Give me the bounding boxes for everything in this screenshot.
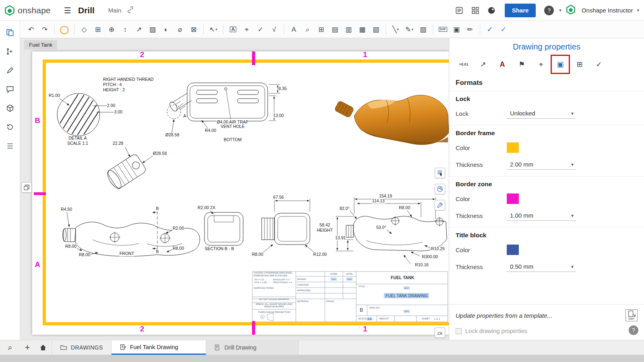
sheet-label: 58.42 xyxy=(319,223,330,228)
find-annotation-tool[interactable]: ⌕ xyxy=(301,22,314,37)
border-zone-color-swatch[interactable] xyxy=(507,193,519,204)
chevron-down-icon[interactable]: ▾ xyxy=(637,8,639,13)
dimension-precision-icon[interactable]: +0.01 xyxy=(456,56,472,72)
learn-cube-icon[interactable] xyxy=(4,103,16,113)
account-logo[interactable] xyxy=(566,4,576,16)
undo-tool[interactable]: ↶ xyxy=(24,22,38,37)
table-style-icon[interactable]: ⊞ xyxy=(572,56,588,72)
move-view-tool[interactable]: ↕ xyxy=(118,22,132,37)
settings-wrench-button[interactable] xyxy=(435,200,445,210)
sheet-label: A xyxy=(183,114,186,119)
bom-table-tool[interactable]: ▥ xyxy=(342,22,355,37)
toolbar-separator xyxy=(223,24,223,35)
view-display-button[interactable] xyxy=(435,168,445,178)
tab-bar: ⌕ + DRAWINGS Fuel Tank Drawing Drill Dra… xyxy=(0,340,644,355)
sheet-format-icon[interactable]: ▣ xyxy=(552,56,568,72)
update-template-link[interactable]: Update properties from a template... xyxy=(456,312,552,319)
balloon-style-icon[interactable]: ⚑ xyxy=(514,56,530,72)
comments-panel-icon[interactable] xyxy=(4,84,16,95)
property-row: Color xyxy=(456,142,644,153)
panel-help-button[interactable]: ? xyxy=(629,325,638,335)
sheet-label: NAME xyxy=(330,273,337,276)
detail-view-tool[interactable]: ◐ xyxy=(159,22,173,37)
undo-icon: ↶ xyxy=(28,26,34,33)
select-region-tool[interactable]: ✓ xyxy=(497,22,510,37)
sheet-list-tool[interactable]: ▤ xyxy=(328,22,342,37)
redo-tool[interactable]: ↷ xyxy=(38,22,52,37)
border-frame-color-swatch[interactable] xyxy=(507,142,519,153)
sheet-label: FUEL TANK DRAWING xyxy=(384,293,429,298)
main-menu-button[interactable]: ☰ xyxy=(62,6,73,15)
format-group: Title blockColorThickness0.50 mm▾ xyxy=(449,227,644,272)
add-tab-button[interactable]: + xyxy=(20,340,35,355)
projected-view-tool[interactable]: ⊞ xyxy=(91,22,105,37)
protractor-button[interactable] xyxy=(435,327,445,338)
select-check-tool[interactable]: ✓ xyxy=(483,22,497,37)
tab-drill-drawing[interactable]: Drill Drawing xyxy=(206,340,299,355)
chevron-down-icon[interactable]: ▾ xyxy=(397,27,399,31)
insert-panel-icon[interactable] xyxy=(4,46,16,57)
centerline-tool[interactable]: ⌀ xyxy=(173,22,187,37)
edge-style-tool[interactable]: ✎▾ xyxy=(402,22,416,37)
line-style-tool[interactable]: ╲▾ xyxy=(389,22,402,37)
lock-properties-checkbox[interactable] xyxy=(456,328,462,334)
sheets-panel-icon[interactable] xyxy=(4,27,16,38)
lock-lock-select[interactable]: Unlocked▾ xyxy=(507,108,576,119)
title-block-thickness-select[interactable]: 0.50 mm▾ xyxy=(507,261,576,272)
onshape-logo[interactable]: onshape xyxy=(4,5,51,16)
tab-drawings-folder[interactable]: DRAWINGS xyxy=(52,340,111,355)
dwt-template-button[interactable]: DWT xyxy=(625,309,638,321)
revision-table-tool[interactable]: ▧ xyxy=(369,22,383,37)
derived-view-tool[interactable]: ↗ xyxy=(132,22,146,37)
drawing-canvas[interactable]: 2121BARIGHT HANDED THREADPITCH : 4HEIGHT… xyxy=(20,38,449,340)
mark-pen-tool[interactable]: ✏ xyxy=(463,22,477,37)
insert-view-tool[interactable]: ◇ xyxy=(77,22,91,37)
insert-image-tool[interactable]: ▣ xyxy=(450,22,463,37)
gdt-frame-tool[interactable]: ⌖ xyxy=(240,22,254,37)
search-tabs-button[interactable]: ⌕ xyxy=(0,340,20,355)
shortcuts-icon[interactable] xyxy=(453,4,465,16)
hatch-style-tool[interactable]: ▨ xyxy=(416,22,430,37)
markup-pen-icon[interactable] xyxy=(4,65,16,76)
history-panel-icon[interactable] xyxy=(4,122,16,132)
hole-table-tool[interactable]: ▦ xyxy=(355,22,369,37)
leader-annotation-tool[interactable]: ↖▾ xyxy=(206,22,220,37)
datum-check-tool[interactable]: ✓ xyxy=(254,22,267,37)
text-tool[interactable]: A xyxy=(287,22,301,37)
table-tool[interactable]: ⊞ xyxy=(314,22,328,37)
dimension-style-icon[interactable]: ⌖ xyxy=(533,56,549,72)
update-drawing-tool[interactable]: ◯ xyxy=(58,22,71,37)
crop-view-tool[interactable]: ⊠ xyxy=(187,22,200,37)
section-header: Title block xyxy=(456,232,644,239)
validate-style-icon[interactable]: ✓ xyxy=(591,56,607,72)
table-icon: ⊞ xyxy=(318,26,324,33)
text-style-icon[interactable]: A xyxy=(494,56,510,72)
apps-grid-icon[interactable] xyxy=(469,4,481,16)
section-view-tool[interactable]: ▨ xyxy=(146,22,159,37)
link-icon[interactable] xyxy=(127,6,134,15)
share-button[interactable]: Share xyxy=(505,4,536,17)
attach-view-tool[interactable]: ⊕ xyxy=(105,22,118,37)
export-dxf-tool[interactable]: DXF xyxy=(436,22,450,37)
svg-text:DWT: DWT xyxy=(629,317,635,320)
home-tab-button[interactable] xyxy=(35,340,52,355)
detail-view-icon: ◐ xyxy=(164,26,168,33)
appearance-palette-button[interactable] xyxy=(435,184,445,194)
user-name[interactable]: Onshape Instructor xyxy=(582,7,633,14)
workspace-label[interactable]: Main xyxy=(108,7,122,14)
chevron-down-icon[interactable]: ▾ xyxy=(411,27,413,31)
leader-style-icon[interactable]: ↗ xyxy=(475,56,491,72)
border-zone-thickness-select[interactable]: 1.00 mm▾ xyxy=(507,210,576,221)
chevron-down-icon[interactable]: ▾ xyxy=(559,8,561,13)
theme-globe-icon[interactable] xyxy=(485,4,497,16)
help-button[interactable]: ? xyxy=(543,4,555,16)
sheets-flyout-button[interactable] xyxy=(21,182,32,193)
note-tool[interactable]: A xyxy=(226,22,240,37)
title-block-color-swatch[interactable] xyxy=(507,245,519,255)
properties-list-icon[interactable] xyxy=(4,141,16,151)
tab-fuel-tank-drawing[interactable]: Fuel Tank Drawing xyxy=(111,340,206,355)
surface-finish-tool[interactable]: √ xyxy=(267,22,281,37)
chevron-down-icon[interactable]: ▾ xyxy=(215,27,217,31)
border-frame-thickness-select[interactable]: 2.00 mm▾ xyxy=(507,159,576,170)
sheet-tab[interactable]: Fuel Tank xyxy=(24,40,57,49)
